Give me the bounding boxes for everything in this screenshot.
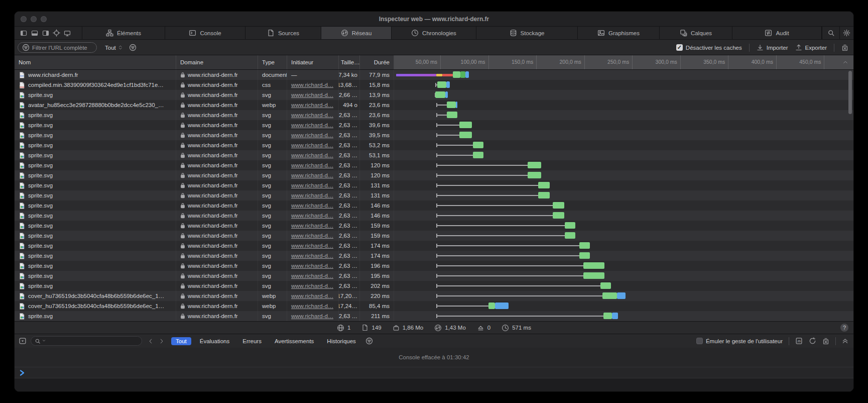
tab-stockage[interactable]: Stockage (476, 27, 578, 39)
table-row[interactable]: sprite.svgwww.richard-dern.frsvgwww.rich… (15, 130, 853, 140)
window-controls[interactable] (21, 16, 47, 22)
table-row[interactable]: sprite.svgwww.richard-dern.frsvgwww.rich… (15, 90, 853, 100)
table-row[interactable]: <>www.richard-dern.frwww.richard-dern.fr… (15, 70, 853, 80)
help-button[interactable]: ? (840, 324, 848, 332)
emulate-user-gesture-toggle[interactable]: Émuler le geste de l'utilisateur (696, 338, 783, 344)
initiator-link[interactable]: www.richard-d… (291, 132, 333, 138)
table-row[interactable]: sprite.svgwww.richard-dern.frsvgwww.rich… (15, 110, 853, 120)
zoom-window-button[interactable] (41, 16, 47, 22)
initiator-link[interactable]: www.richard-d… (291, 243, 333, 249)
initiator-link[interactable]: www.richard-d… (291, 203, 333, 209)
table-row[interactable]: sprite.svgwww.richard-dern.frsvgwww.rich… (15, 160, 853, 170)
initiator-link[interactable]: www.richard-d… (291, 122, 333, 128)
table-row[interactable]: sprite.svgwww.richard-dern.frsvgwww.rich… (15, 231, 853, 241)
resource-scope-select[interactable]: Tout (105, 44, 123, 51)
initiator-link[interactable]: www.richard-d… (291, 82, 333, 88)
initiator-link[interactable]: www.richard-d… (291, 162, 333, 168)
table-row[interactable]: sprite.svgwww.richard-dern.frsvgwww.rich… (15, 170, 853, 180)
console-filter-evaluations[interactable]: Évaluations (195, 337, 234, 345)
column-header-initiator[interactable]: Initiateur (287, 55, 339, 69)
reload-icon[interactable] (809, 337, 816, 345)
chevron-left-icon[interactable] (148, 338, 154, 344)
initiator-link[interactable]: www.richard-d… (291, 182, 333, 188)
js-context-icon[interactable]: JS (795, 337, 803, 345)
table-row[interactable]: sprite.svgwww.richard-dern.frsvgwww.rich… (15, 261, 853, 271)
disable-caches-checkbox[interactable]: ✓ (676, 44, 683, 51)
table-row[interactable]: sprite.svgwww.richard-dern.frsvgwww.rich… (15, 120, 853, 130)
dock-right-icon[interactable] (42, 27, 50, 39)
tab-graphismes[interactable]: Graphismes (578, 27, 660, 39)
initiator-link[interactable]: www.richard-d… (291, 283, 333, 289)
clear-console-icon[interactable] (822, 338, 829, 345)
initiator-link[interactable]: www.richard-d… (291, 293, 333, 299)
initiator-link[interactable]: www.richard-d… (291, 273, 333, 279)
inspect-element-icon[interactable] (53, 27, 60, 39)
initiator-link[interactable]: www.richard-d… (291, 192, 333, 198)
url-filter-field[interactable] (18, 42, 97, 53)
table-row[interactable]: sprite.svgwww.richard-dern.frsvgwww.rich… (15, 221, 853, 231)
table-row[interactable]: csscompiled.min.38390909f303624ed9e1cf1b… (15, 80, 853, 90)
console-filter-avertissements[interactable]: Avertissements (270, 337, 318, 345)
tab-audit[interactable]: Audit (732, 27, 822, 39)
table-row[interactable]: sprite.svgwww.richard-dern.frsvgwww.rich… (15, 281, 853, 291)
tab-chronologies[interactable]: Chronologies (392, 27, 476, 39)
minimize-window-button[interactable] (31, 16, 37, 22)
tab-sources[interactable]: Sources (245, 27, 321, 39)
initiator-link[interactable]: www.richard-d… (291, 223, 333, 229)
emulate-user-gesture-checkbox[interactable] (696, 338, 703, 344)
console-search-field[interactable] (31, 336, 142, 346)
table-row[interactable]: sprite.svgwww.richard-dern.frsvgwww.rich… (15, 150, 853, 160)
column-header-name[interactable]: Nom (15, 55, 176, 69)
initiator-link[interactable]: www.richard-d… (291, 213, 333, 219)
table-row[interactable]: sprite.svgwww.richard-dern.frsvgwww.rich… (15, 211, 853, 221)
table-row[interactable]: sprite.svgwww.richard-dern.frsvgwww.rich… (15, 190, 853, 200)
close-window-button[interactable] (21, 16, 27, 22)
console-filter-tout[interactable]: Tout (171, 337, 191, 345)
column-header-domain[interactable]: Domaine (176, 55, 258, 69)
initiator-link[interactable]: www.richard-d… (291, 172, 333, 178)
console-filter-historiques[interactable]: Historiques (322, 337, 360, 345)
console-filter-options-icon[interactable] (365, 334, 373, 348)
console-mode-icon[interactable] (19, 337, 27, 345)
filter-options-icon[interactable] (129, 40, 137, 55)
column-header-duration[interactable]: Durée (360, 55, 394, 69)
chevron-up-icon[interactable] (842, 60, 848, 65)
table-row[interactable]: sprite.svgwww.richard-dern.frsvgwww.rich… (15, 271, 853, 281)
initiator-link[interactable]: www.richard-d… (291, 102, 333, 108)
console-prompt[interactable] (15, 367, 853, 378)
table-row[interactable]: avatar_hu85ecc3e298728880b0bde2dcc4e5c23… (15, 100, 853, 110)
initiator-link[interactable]: www.richard-d… (291, 263, 333, 269)
initiator-link[interactable]: www.richard-d… (291, 92, 333, 98)
chevron-right-icon[interactable] (159, 338, 164, 344)
column-header-size[interactable]: Taille… (339, 55, 360, 69)
table-row[interactable]: sprite.svgwww.richard-dern.frsvgwww.rich… (15, 200, 853, 211)
table-row[interactable]: sprite.svgwww.richard-dern.frsvgwww.rich… (15, 311, 853, 321)
export-button[interactable]: Exporter (795, 44, 827, 51)
initiator-link[interactable]: www.richard-d… (291, 253, 333, 259)
table-row[interactable]: sprite.svgwww.richard-dern.frsvgwww.rich… (15, 251, 853, 261)
double-chevron-up-icon[interactable] (842, 338, 848, 344)
table-row[interactable]: sprite.svgwww.richard-dern.frsvgwww.rich… (15, 180, 853, 190)
clear-network-items-icon[interactable] (841, 44, 848, 51)
dock-bottom-icon[interactable] (31, 27, 39, 39)
tab-elements[interactable]: Éléments (82, 27, 165, 39)
disable-caches-toggle[interactable]: ✓ Désactiver les caches (676, 44, 742, 51)
dock-left-icon[interactable] (20, 27, 28, 39)
device-icon[interactable] (63, 27, 71, 39)
tab-console[interactable]: Console (165, 27, 245, 39)
gear-icon[interactable] (839, 27, 853, 39)
initiator-link[interactable]: www.richard-d… (291, 233, 333, 239)
initiator-link[interactable]: www.richard-d… (291, 152, 333, 158)
tab-reseau[interactable]: Réseau (321, 27, 392, 39)
initiator-link[interactable]: www.richard-d… (291, 142, 333, 148)
console-filter-erreurs[interactable]: Erreurs (238, 337, 266, 345)
import-button[interactable]: Importer (757, 44, 788, 51)
initiator-link[interactable]: www.richard-d… (291, 112, 333, 118)
table-row[interactable]: sprite.svgwww.richard-dern.frsvgwww.rich… (15, 140, 853, 150)
table-row[interactable]: cover_hu736519dc3b5040cfa48b6b559b6de6ec… (15, 301, 853, 311)
url-filter-input[interactable] (32, 45, 90, 51)
table-row[interactable]: cover_hu736519dc3b5040cfa48b6b559b6de6ec… (15, 291, 853, 301)
tab-calques[interactable]: Calques (660, 27, 732, 39)
initiator-link[interactable]: www.richard-d… (291, 313, 333, 319)
column-header-type[interactable]: Type (258, 55, 287, 69)
